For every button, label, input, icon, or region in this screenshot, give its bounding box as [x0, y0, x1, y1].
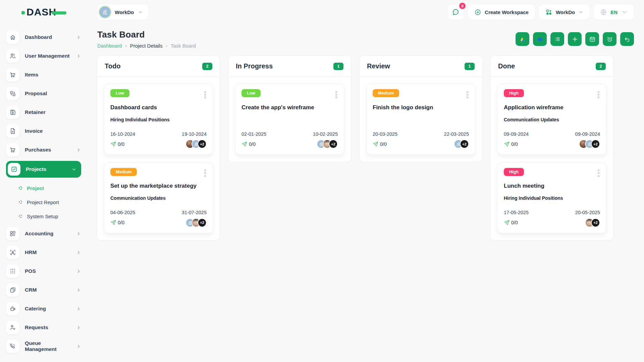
workspace-selector[interactable]: WorkDo	[97, 4, 148, 20]
end-date: 09-09-2024	[575, 131, 600, 137]
sidebar-item-queue-management[interactable]: Queue Management	[6, 339, 81, 354]
task-card[interactable]: High Lunch meeting Hiring Individual Pos…	[497, 162, 606, 234]
toolbar-timer-button[interactable]	[603, 32, 616, 46]
task-card[interactable]: Medium Set up the marketplace strategy C…	[104, 162, 213, 234]
coffee-icon	[6, 302, 19, 315]
column-count-badge: 2	[596, 63, 606, 70]
workdo-menu-label: WorkDo	[556, 9, 575, 15]
column-header: In Progress 1	[228, 56, 351, 76]
priority-badge: Low	[241, 89, 261, 97]
column-title: Done	[498, 62, 515, 70]
card-menu-button[interactable]	[204, 168, 207, 179]
card-title: Create the app's wireframe	[241, 104, 338, 111]
sidebar-item-purchases[interactable]: Purchases	[6, 142, 81, 158]
chevron-right-icon	[76, 250, 81, 255]
page-title: Task Board	[97, 29, 196, 40]
send-icon	[241, 141, 248, 147]
swap-icon	[6, 87, 19, 100]
priority-badge: Medium	[110, 168, 137, 176]
sidebar-item-catering[interactable]: Catering	[6, 301, 81, 316]
breadcrumb-project-details-link[interactable]: Project Details	[130, 43, 163, 49]
card-menu-button[interactable]	[597, 89, 600, 100]
main-area: WorkDo 0 Create Workspace WorkDo	[87, 0, 644, 362]
sidebar-item-invoice[interactable]: Invoice	[6, 123, 81, 139]
end-date: 19-10-2024	[182, 131, 207, 137]
chevron-right-icon	[76, 35, 81, 40]
timer-icon	[606, 36, 613, 43]
sidebar-subitem-system-setup[interactable]: System Setup	[6, 209, 81, 223]
globe-icon	[600, 9, 607, 16]
sidebar-item-accounting[interactable]: Accounting	[6, 226, 81, 241]
sidebar-item-projects[interactable]: Projects	[6, 161, 81, 178]
column-cards: Low Dashboard cards Hiring Individual Po…	[97, 77, 220, 240]
breadcrumb: Dashboard › Project Details › Task Board	[97, 43, 196, 49]
workdo-apps-menu[interactable]: WorkDo	[539, 4, 589, 20]
more-assignees-badge: +2	[591, 139, 600, 148]
sidebar-subitem-project-report[interactable]: Project Report	[6, 195, 81, 209]
task-card[interactable]: High Application wireframe Communication…	[497, 83, 606, 155]
card-title: Set up the marketplace strategy	[110, 183, 207, 189]
card-menu-button[interactable]	[597, 168, 600, 179]
create-workspace-label: Create Workspace	[485, 9, 529, 15]
sidebar-item-requests[interactable]: Requests	[6, 320, 81, 335]
card-milestone: Hiring Individual Positions	[504, 195, 600, 201]
breadcrumb-dashboard-link[interactable]: Dashboard	[97, 43, 122, 49]
task-card[interactable]: Low Dashboard cards Hiring Individual Po…	[104, 83, 213, 155]
toolbar-add-button[interactable]	[568, 32, 582, 46]
send-icon	[504, 141, 510, 147]
toolbar-onedrive-button[interactable]	[533, 32, 547, 46]
sidebar-item-items[interactable]: Items	[6, 67, 81, 82]
sidebar-item-dashboard[interactable]: Dashboard	[6, 29, 81, 45]
app-logo[interactable]: DASH	[6, 0, 81, 24]
create-workspace-button[interactable]: Create Workspace	[468, 4, 535, 20]
sidebar-item-retainer[interactable]: Retainer	[6, 105, 81, 120]
card-menu-button[interactable]	[466, 89, 469, 100]
sidebar-item-user-management[interactable]: User Management	[6, 48, 81, 64]
board-column-in-progress: In Progress 1 Low Create the app's wiref…	[228, 56, 351, 162]
more-assignees-badge: +2	[329, 139, 338, 148]
priority-badge: High	[504, 168, 524, 176]
card-milestone	[241, 117, 338, 123]
sidebar-item-proposal[interactable]: Proposal	[6, 86, 81, 101]
card-milestone: Hiring Individual Positions	[110, 117, 207, 123]
sidebar-item-crm[interactable]: CRM	[6, 282, 81, 298]
more-assignees-badge: +2	[460, 139, 469, 148]
workspace-name: WorkDo	[115, 9, 134, 15]
column-cards: Medium Finish the logo design 20-03-2025…	[360, 77, 482, 162]
sidebar-item-hrm[interactable]: HRM	[6, 245, 81, 260]
assignee-avatars: +2	[185, 218, 207, 227]
column-header: Done 2	[491, 56, 613, 76]
progress-count: 0/0	[380, 141, 387, 147]
card-title: Finish the logo design	[373, 104, 469, 111]
sidebar-nav: Dashboard User Management Items Proposal…	[6, 29, 81, 354]
chevron-right-icon	[76, 325, 81, 330]
cart-icon	[6, 143, 19, 157]
chevron-down-icon	[621, 9, 628, 16]
progress-count: 0/0	[511, 220, 518, 225]
sidebar-item-pos[interactable]: POS	[6, 263, 81, 279]
task-card[interactable]: Medium Finish the logo design 20-03-2025…	[366, 83, 475, 155]
toolbar-undo-button[interactable]	[620, 32, 634, 46]
messages-button[interactable]: 0	[448, 4, 464, 20]
chevron-right-icon	[76, 288, 81, 293]
board-column-done: Done 2 High Application wireframe Commun…	[491, 56, 613, 240]
chevron-right-icon	[76, 344, 81, 349]
task-card[interactable]: Low Create the app's wireframe 02-01-202…	[235, 83, 344, 155]
send-icon	[373, 141, 379, 147]
card-menu-button[interactable]	[204, 89, 207, 100]
card-menu-button[interactable]	[335, 89, 338, 100]
assignee-avatars: +2	[579, 139, 600, 148]
card-title: Application wireframe	[504, 104, 600, 111]
grid-plus-icon	[6, 227, 19, 240]
toolbar-list-button[interactable]	[550, 32, 564, 46]
sidebar-subnav-projects: Project Project Report System Setup	[6, 181, 81, 223]
language-selector[interactable]: EN	[594, 4, 634, 20]
toolbar-calendar-button[interactable]	[585, 32, 599, 46]
file-icon	[6, 124, 19, 138]
card-milestone: Communication Updates	[110, 195, 207, 201]
sidebar-subitem-project[interactable]: Project	[6, 181, 81, 195]
toolbar-google-drive-button[interactable]	[516, 32, 529, 46]
priority-badge: Medium	[373, 89, 399, 97]
phone-icon	[6, 340, 19, 353]
assignee-avatars: +2	[317, 139, 338, 148]
